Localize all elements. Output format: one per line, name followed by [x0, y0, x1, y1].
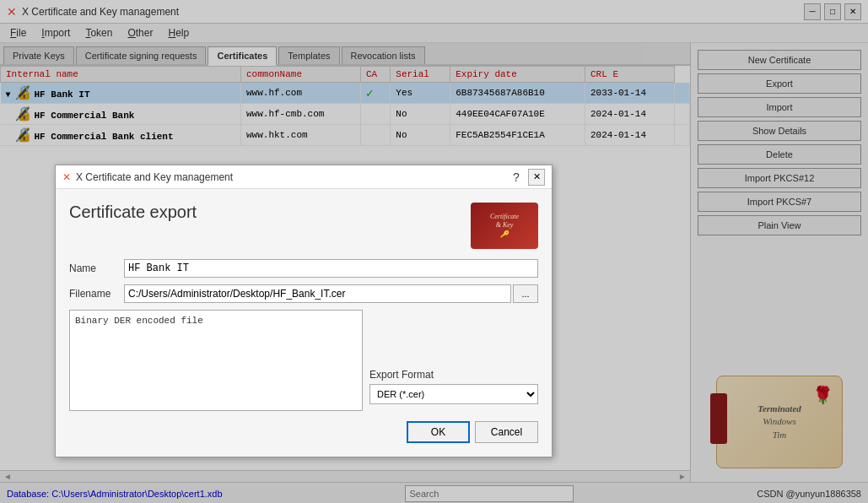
filename-label: Filename: [69, 288, 124, 300]
modal-title-left: ✕ X Certificate and Key management: [62, 171, 233, 183]
name-field-row: Name: [69, 259, 538, 278]
modal-window-title: X Certificate and Key management: [76, 171, 233, 183]
certificate-export-dialog: ✕ X Certificate and Key management ? ✕ C…: [55, 165, 553, 457]
modal-controls: ? ✕: [508, 169, 545, 186]
modal-content-row: Binary DER encoded file Export Format DE…: [69, 310, 538, 411]
modal-body: Certificate export Certificate& Key🔑 Nam…: [56, 189, 552, 457]
browse-button[interactable]: ...: [513, 284, 538, 303]
name-label: Name: [69, 262, 124, 274]
cancel-button[interactable]: Cancel: [475, 421, 538, 443]
filename-input[interactable]: [124, 284, 511, 303]
modal-close-button[interactable]: ✕: [528, 169, 545, 186]
modal-footer: OK Cancel: [69, 418, 538, 443]
ok-button[interactable]: OK: [407, 421, 470, 443]
modal-header-row: Certificate export Certificate& Key🔑: [69, 203, 538, 249]
export-format-label: Export Format: [369, 369, 538, 381]
modal-help-button[interactable]: ?: [508, 169, 525, 186]
name-input[interactable]: [124, 259, 538, 278]
binary-content-box: Binary DER encoded file: [69, 310, 363, 411]
filename-field-row: Filename ...: [69, 284, 538, 303]
export-format-box: Export Format DER (*.cer) PEM (*.pem) PK…: [369, 310, 538, 411]
modal-overlay: ✕ X Certificate and Key management ? ✕ C…: [0, 0, 868, 503]
export-format-select[interactable]: DER (*.cer) PEM (*.pem) PKCS#12 (*.p12) …: [369, 384, 538, 404]
modal-cert-image: Certificate& Key🔑: [471, 203, 538, 249]
modal-title-text: Certificate export: [69, 203, 197, 222]
modal-app-icon: ✕: [62, 171, 71, 183]
modal-title-bar: ✕ X Certificate and Key management ? ✕: [56, 165, 552, 189]
